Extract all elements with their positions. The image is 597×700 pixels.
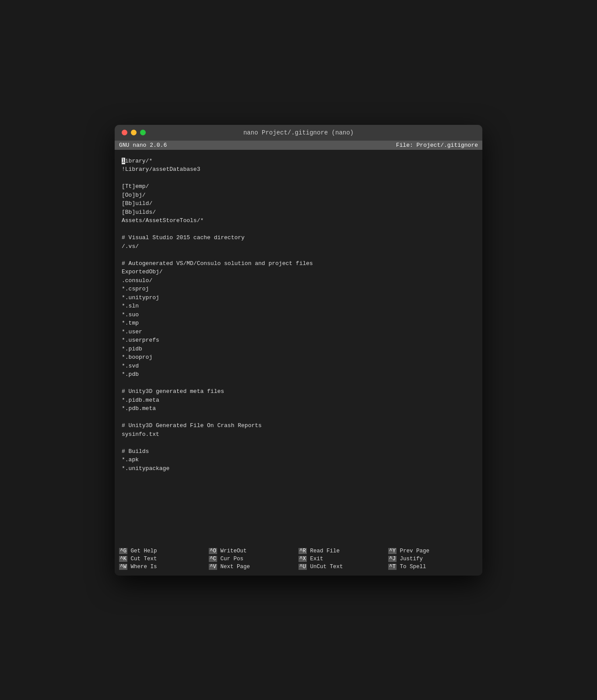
key-x: ^X [298, 556, 307, 562]
label-next-page: Next Page [217, 564, 253, 570]
nano-footer: ^G Get Help ^O WriteOut ^R Read File ^Y … [115, 544, 482, 576]
label-prev-page: Prev Page [397, 548, 433, 554]
window-title: nano Project/.gitignore (nano) [243, 129, 354, 136]
editor-area[interactable]: library/* !Library/assetDatabase3 [Tt]em… [115, 150, 482, 544]
label-read-file: Read File [307, 548, 343, 554]
maximize-button[interactable] [140, 130, 146, 135]
shortcut-get-help[interactable]: ^G Get Help [119, 548, 209, 555]
title-bar: nano Project/.gitignore (nano) [115, 125, 482, 141]
label-where-is: Where Is [127, 564, 164, 570]
footer-shortcuts: ^G Get Help ^O WriteOut ^R Read File ^Y … [119, 548, 478, 570]
label-exit: Exit [307, 556, 343, 562]
shortcut-uncut-text[interactable]: ^U UnCut Text [298, 563, 388, 570]
label-writeout: WriteOut [217, 548, 253, 554]
key-v: ^V [209, 564, 217, 570]
nano-file-label: File: Project/.gitignore [396, 142, 478, 148]
traffic-lights [122, 130, 146, 135]
key-j: ^J [388, 556, 397, 562]
terminal-window: nano Project/.gitignore (nano) GNU nano … [115, 125, 482, 576]
key-y: ^Y [388, 548, 397, 554]
nano-version: GNU nano 2.0.6 [119, 142, 167, 148]
shortcut-where-is[interactable]: ^W Where Is [119, 563, 209, 570]
shortcut-read-file[interactable]: ^R Read File [298, 548, 388, 555]
key-w: ^W [119, 564, 127, 570]
shortcut-cut-text[interactable]: ^K Cut Text [119, 555, 209, 562]
key-g: ^G [119, 548, 127, 554]
label-get-help: Get Help [127, 548, 164, 554]
shortcut-exit[interactable]: ^X Exit [298, 555, 388, 562]
close-button[interactable] [122, 130, 127, 135]
key-c: ^C [209, 556, 217, 562]
shortcut-justify[interactable]: ^J Justify [388, 555, 478, 562]
key-k: ^K [119, 556, 127, 562]
key-t: ^T [388, 564, 397, 570]
key-u: ^U [298, 564, 307, 570]
shortcut-cur-pos[interactable]: ^C Cur Pos [209, 555, 298, 562]
shortcut-next-page[interactable]: ^V Next Page [209, 563, 298, 570]
editor-text: library/* !Library/assetDatabase3 [Tt]em… [122, 157, 475, 473]
nano-header: GNU nano 2.0.6 File: Project/.gitignore [115, 141, 482, 150]
label-justify: Justify [397, 556, 433, 562]
label-cut-text: Cut Text [127, 556, 164, 562]
label-uncut-text: UnCut Text [307, 564, 343, 570]
label-to-spell: To Spell [397, 564, 426, 570]
label-cur-pos: Cur Pos [217, 556, 243, 562]
minimize-button[interactable] [131, 130, 137, 135]
shortcut-to-spell[interactable]: ^T To Spell [388, 563, 478, 570]
cursor: l [122, 158, 125, 164]
key-o: ^O [209, 548, 217, 554]
key-r: ^R [298, 548, 307, 554]
shortcut-prev-page[interactable]: ^Y Prev Page [388, 548, 478, 555]
shortcut-writeout[interactable]: ^O WriteOut [209, 548, 298, 555]
